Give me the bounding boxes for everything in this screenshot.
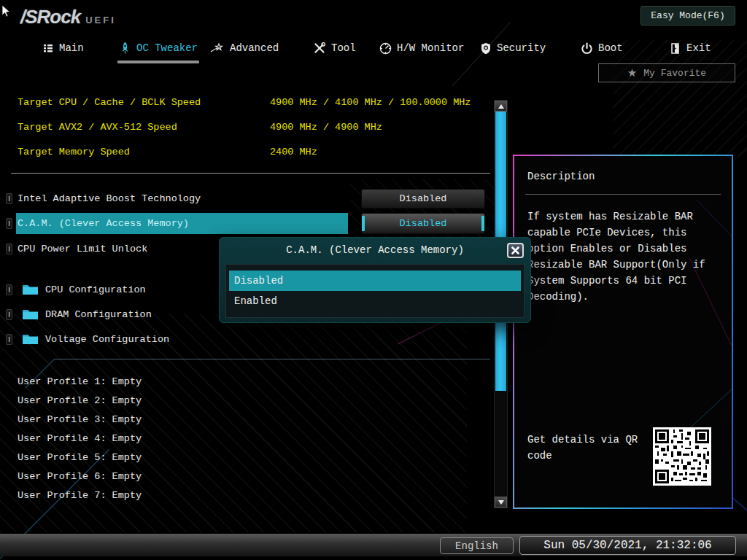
user-profile-2[interactable]: User Profile 2: Empty <box>18 395 142 406</box>
option-cam-highlighted-row[interactable]: C.A.M. (Clever Access Memory) <box>16 213 348 234</box>
tab-security-label: Security <box>497 42 546 54</box>
active-tab-underline <box>117 61 199 63</box>
description-body: If system has Resizable BAR capable PCIe… <box>527 209 713 305</box>
user-profile-5[interactable]: User Profile 5: Empty <box>18 452 142 463</box>
exit-door-icon <box>670 42 681 55</box>
close-icon <box>511 246 519 254</box>
user-profile-4[interactable]: User Profile 4: Empty <box>18 433 142 444</box>
info-label: Target AVX2 / AVX-512 Speed <box>18 122 177 133</box>
tab-exit[interactable]: Exit <box>670 35 711 61</box>
tab-oc-tweaker-label: OC Tweaker <box>136 42 198 54</box>
folder-icon <box>22 308 39 320</box>
folder-icon <box>22 332 39 345</box>
value-label: Disabled <box>400 193 447 204</box>
dialog-close-button[interactable] <box>507 243 524 258</box>
description-panel: Description If system has Resizable BAR … <box>513 155 733 509</box>
folder-icon <box>22 283 39 295</box>
tab-security[interactable]: Security <box>480 35 546 61</box>
folder-cpu-configuration[interactable]: CPU Configuration <box>45 284 146 295</box>
info-label: Target CPU / Cache / BCLK Speed <box>18 97 201 108</box>
star-wand-icon <box>210 42 225 54</box>
tab-main[interactable]: Main <box>42 35 84 61</box>
tab-exit-label: Exit <box>686 42 711 54</box>
info-value: 4900 MHz / 4100 MHz / 100.0000 MHz <box>270 97 471 108</box>
user-profile-3[interactable]: User Profile 3: Empty <box>18 414 142 425</box>
row-marker <box>6 284 12 295</box>
value-label: Disabled <box>400 218 447 229</box>
tab-tool[interactable]: Tool <box>314 35 356 61</box>
tab-oc-tweaker[interactable]: OC Tweaker <box>119 35 198 61</box>
star-icon: ★ <box>627 66 637 79</box>
scroll-down-icon <box>498 500 504 505</box>
row-marker <box>6 193 12 204</box>
row-marker <box>6 334 12 345</box>
power-icon <box>581 42 593 55</box>
section-divider-bottom <box>55 359 490 359</box>
uefi-logo-text: UEFI <box>85 15 116 26</box>
dialog-option-enabled[interactable]: Enabled <box>229 291 521 311</box>
option-cam-label: C.A.M. (Clever Access Memory) <box>18 218 189 229</box>
info-label: Target Memory Speed <box>18 147 130 158</box>
status-bar: English Sun 05/30/2021, 21:32:06 <box>0 534 747 556</box>
tools-icon <box>314 42 326 54</box>
user-profile-6[interactable]: User Profile 6: Empty <box>18 471 142 482</box>
info-value: 4900 MHz / 4900 MHz <box>270 122 382 133</box>
shield-icon <box>480 42 492 55</box>
info-row-target-memory: Target Memory Speed 2400 MHz <box>18 147 130 161</box>
easy-mode-label: Easy Mode(F6) <box>651 10 724 21</box>
section-divider-top <box>11 173 490 174</box>
row-marker <box>6 309 12 320</box>
qr-caption: Get details via QR code <box>527 432 655 464</box>
info-value: 2400 MHz <box>270 147 317 158</box>
dialog-option-disabled[interactable]: Disabled <box>229 271 521 291</box>
scroll-up-icon <box>498 104 504 109</box>
info-row-target-avx: Target AVX2 / AVX-512 Speed 4900 MHz / 4… <box>18 122 177 136</box>
folder-dram-configuration[interactable]: DRAM Configuration <box>45 309 152 320</box>
row-marker <box>6 244 12 254</box>
cam-dialog: C.A.M. (Clever Access Memory) Disabled E… <box>219 237 531 323</box>
intel-adaptive-boost-value-button[interactable]: Disabled <box>361 189 485 209</box>
option-intel-adaptive-boost[interactable]: Intel Adaptive Boost Technology <box>18 193 201 204</box>
my-favorite-label: My Favorite <box>643 68 706 79</box>
mouse-cursor <box>1 4 12 19</box>
row-marker <box>6 218 12 229</box>
info-row-target-cpu: Target CPU / Cache / BCLK Speed 4900 MHz… <box>18 97 201 112</box>
tab-boot[interactable]: Boot <box>581 35 623 61</box>
datetime-display: Sun 05/30/2021, 21:32:06 <box>519 536 736 555</box>
gauge-icon <box>379 42 392 55</box>
qr-code-image <box>653 427 711 486</box>
dialog-option-list: Disabled Enabled <box>225 264 525 318</box>
rocket-icon <box>119 42 131 55</box>
uefi-screen: /SRock UEFI Easy Mode(F6) Main OC Tweake… <box>0 0 747 560</box>
tab-boot-label: Boot <box>598 42 623 54</box>
asrock-logo: /SRock UEFI <box>20 6 116 28</box>
tab-hw-monitor[interactable]: H/W Monitor <box>379 35 464 61</box>
tab-tool-label: Tool <box>331 42 356 54</box>
tab-main-label: Main <box>59 42 84 54</box>
easy-mode-button[interactable]: Easy Mode(F6) <box>640 6 735 26</box>
tab-advanced[interactable]: Advanced <box>210 35 279 61</box>
tab-advanced-label: Advanced <box>230 42 279 54</box>
list-icon <box>42 42 54 54</box>
option-cpu-power-limit-unlock[interactable]: CPU Power Limit Unlock <box>18 244 147 254</box>
tab-hw-monitor-label: H/W Monitor <box>397 42 464 54</box>
my-favorite-button[interactable]: ★ My Favorite <box>598 63 735 82</box>
scroll-down-button[interactable] <box>495 497 507 508</box>
dialog-title: C.A.M. (Clever Access Memory) <box>220 244 530 256</box>
cam-value-button[interactable]: Disabled <box>361 213 485 234</box>
description-divider <box>525 194 721 195</box>
scroll-up-button[interactable] <box>495 101 507 112</box>
user-profile-1[interactable]: User Profile 1: Empty <box>18 376 142 387</box>
description-title: Description <box>527 171 595 182</box>
user-profile-7[interactable]: User Profile 7: Empty <box>18 490 142 501</box>
asrock-logo-text: /SRock <box>20 6 80 28</box>
language-button[interactable]: English <box>440 537 514 554</box>
folder-voltage-configuration[interactable]: Voltage Configuration <box>45 334 169 345</box>
